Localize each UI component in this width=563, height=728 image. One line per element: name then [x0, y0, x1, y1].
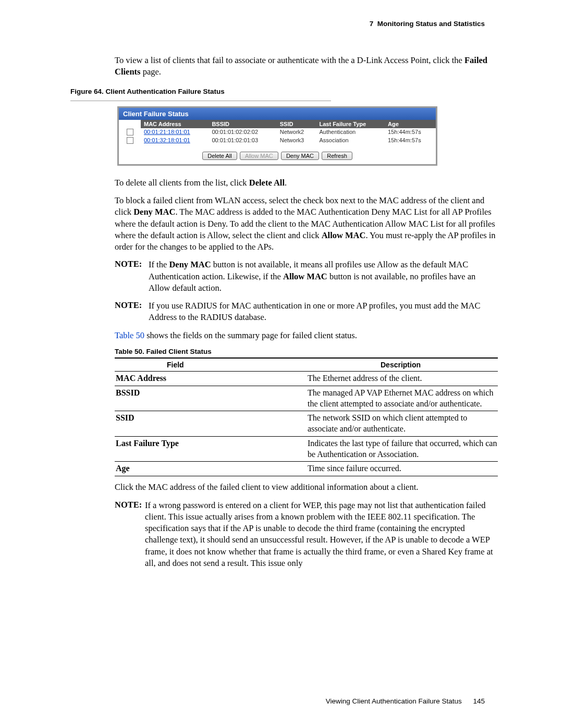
- para-click-mac: Click the MAC address of the failed clie…: [115, 482, 498, 493]
- footer-section: Viewing Client Authentication Failure St…: [326, 697, 462, 705]
- note-deny-mac: NOTE: If the Deny MAC button is not avai…: [115, 259, 498, 294]
- client-failure-panel: Client Failure Status MAC Address BSSID …: [117, 106, 437, 166]
- note-body: If you use RADIUS for MAC authentication…: [149, 300, 498, 324]
- fields-header-row: Field Description: [115, 358, 498, 372]
- cell-bssid: 00:01:01:02:01:03: [209, 136, 276, 144]
- note-label: NOTE:: [115, 259, 149, 294]
- table-row: 00:01:21:18:01:01 00:01:01:02:02:02 Netw…: [119, 128, 436, 137]
- table-caption: Table 50. Failed Client Status: [115, 348, 498, 355]
- col-bssid: BSSID: [209, 120, 276, 128]
- mac-link[interactable]: 00:01:32:18:01:01: [144, 137, 190, 143]
- note-label: NOTE:: [115, 300, 149, 324]
- note-body: If a wrong password is entered on a clie…: [145, 500, 498, 570]
- client-failure-table: MAC Address BSSID SSID Last Failure Type…: [119, 120, 436, 144]
- chapter-heading: 7 Monitoring Status and Statistics: [70, 20, 498, 28]
- field-desc: Time since failure occurred.: [308, 462, 498, 476]
- figure-caption: Figure 64. Client Authentication Failure…: [70, 88, 498, 95]
- cell-bssid: 00:01:01:02:02:02: [209, 128, 276, 137]
- table-row: BSSID The managed AP VAP Ethernet MAC ad…: [115, 386, 498, 411]
- cell-fail: Association: [316, 136, 385, 144]
- cell-ssid: Network3: [277, 136, 316, 144]
- figure-rule: [70, 101, 331, 101]
- field-name: Age: [115, 462, 308, 476]
- table-row: 00:01:32:18:01:01 00:01:01:02:01:03 Netw…: [119, 136, 436, 144]
- field-name: BSSID: [115, 386, 308, 411]
- panel-button-bar: Delete All Allow MAC Deny MAC Refresh: [119, 144, 436, 164]
- col-description: Description: [308, 358, 498, 372]
- col-mac: MAC Address: [141, 120, 209, 128]
- mac-link[interactable]: 00:01:21:18:01:01: [144, 129, 190, 135]
- field-name: SSID: [115, 411, 308, 437]
- table-row: MAC Address The Ethernet address of the …: [115, 371, 498, 386]
- table-row: SSID The network SSID on which client at…: [115, 411, 498, 437]
- note-radius: NOTE: If you use RADIUS for MAC authenti…: [115, 300, 498, 324]
- chapter-title: Monitoring Status and Statistics: [377, 20, 485, 28]
- field-desc: The Ethernet address of the client.: [308, 371, 498, 386]
- cell-age: 15h:44m:57s: [385, 128, 436, 137]
- table-header-row: MAC Address BSSID SSID Last Failure Type…: [119, 120, 436, 128]
- col-ssid: SSID: [277, 120, 316, 128]
- refresh-button[interactable]: Refresh: [322, 152, 352, 160]
- table-row: Age Time since failure occurred.: [115, 462, 498, 476]
- table-link[interactable]: Table 50: [115, 330, 144, 340]
- row-checkbox[interactable]: [127, 129, 133, 135]
- col-age: Age: [385, 120, 436, 128]
- cell-ssid: Network2: [277, 128, 316, 137]
- field-desc: Indicates the last type of failure that …: [308, 436, 498, 462]
- allow-mac-button[interactable]: Allow MAC: [240, 152, 278, 160]
- cell-age: 15h:44m:57s: [385, 136, 436, 144]
- footer-page-number: 145: [473, 697, 485, 705]
- deny-mac-button[interactable]: Deny MAC: [281, 152, 319, 160]
- intro-paragraph: To view a list of clients that fail to a…: [115, 55, 498, 78]
- fields-table: Field Description MAC Address The Ethern…: [115, 357, 498, 476]
- field-desc: The managed AP VAP Ethernet MAC address …: [308, 386, 498, 411]
- delete-all-button[interactable]: Delete All: [202, 152, 237, 160]
- row-checkbox[interactable]: [127, 137, 133, 144]
- field-name: MAC Address: [115, 371, 308, 386]
- chapter-number: 7: [370, 20, 374, 28]
- field-name: Last Failure Type: [115, 436, 308, 462]
- table-row: Last Failure Type Indicates the last typ…: [115, 436, 498, 462]
- note-body: If the Deny MAC button is not available,…: [149, 259, 498, 294]
- note-label: NOTE:: [115, 500, 145, 570]
- panel-title: Client Failure Status: [119, 108, 436, 120]
- field-desc: The network SSID on which client attempt…: [308, 411, 498, 437]
- note-wep: NOTE: If a wrong password is entered on …: [115, 500, 498, 570]
- para-table-ref: Table 50 shows the fields on the summary…: [115, 330, 498, 341]
- para-block-client: To block a failed client from WLAN acces…: [115, 195, 498, 253]
- col-field: Field: [115, 358, 308, 372]
- cell-fail: Authentication: [316, 128, 385, 137]
- para-delete-all: To delete all clients from the list, cli…: [115, 177, 498, 189]
- page-footer: Viewing Client Authentication Failure St…: [326, 697, 485, 705]
- col-failtype: Last Failure Type: [316, 120, 385, 128]
